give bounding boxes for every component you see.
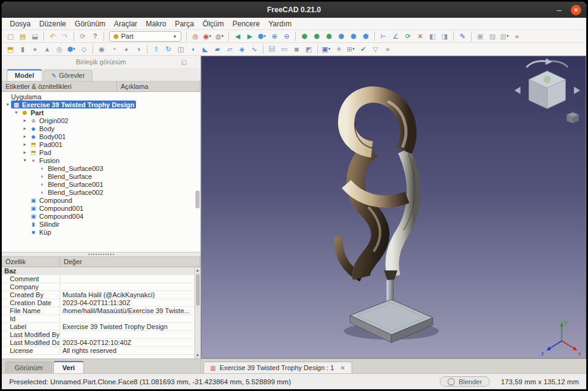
measure-refresh-button[interactable]: ⟳ [402, 31, 413, 42]
texture-mapping-button[interactable]: ▨ [487, 31, 498, 42]
tree-header-labels[interactable]: Etiketler & öznitelikleri [2, 82, 117, 91]
scene-inspector-button[interactable]: ▣ [475, 31, 486, 42]
tree-item[interactable]: ◗Blend_Surface [37, 172, 94, 180]
property-scrollbar[interactable]: ▲ ▼ [194, 267, 200, 359]
revolve-button[interactable]: ↻ [163, 44, 174, 55]
view-left-button[interactable]: ⬢ [360, 31, 371, 42]
boolean-union-button[interactable]: ◕ [121, 44, 132, 55]
view-top-button[interactable]: ⬢ [311, 31, 322, 42]
property-row[interactable]: File Name/home/halil/Masaüstü/Exercise 3… [2, 307, 200, 315]
tree-row[interactable]: ▸⊕Origin002 [2, 116, 200, 124]
toolbar-overflow-2-button[interactable]: » [382, 44, 393, 55]
redo-button[interactable]: ↷ [59, 31, 70, 42]
tab-görevler[interactable]: ✎Görevler [43, 70, 93, 81]
tree-expander-icon[interactable]: ▸ [21, 150, 28, 155]
tree-item[interactable]: ▣Compound001 [28, 204, 85, 212]
defeaturing-button[interactable]: ▽ [370, 44, 381, 55]
tree-scrollbar-thumb[interactable] [195, 191, 200, 208]
boolean-cut-button[interactable]: ◔ [108, 44, 119, 55]
tree-row[interactable]: ▸⬒Pad [2, 148, 200, 156]
tree-expander-icon[interactable]: ▸ [21, 126, 28, 131]
draw-style-button[interactable]: ◍▼ [214, 31, 225, 42]
view-rear-button[interactable]: ⬢ [336, 31, 347, 42]
tab-görünüm[interactable]: Görünüm [6, 362, 52, 373]
3d-viewport[interactable]: y x z [201, 56, 586, 359]
panel-splitter[interactable] [2, 252, 200, 257]
scroll-up-icon[interactable]: ▲ [195, 267, 200, 273]
part-primitives-button[interactable]: ⬢▼ [66, 44, 77, 55]
whats-this-button[interactable]: ? [89, 31, 100, 42]
new-file-button[interactable]: ▢ [5, 31, 16, 42]
view-front-button[interactable]: ⬢ [299, 31, 310, 42]
fillet-button[interactable]: ◖ [187, 44, 198, 55]
explode-compound-button[interactable]: ✳ [333, 44, 344, 55]
boolean-intersection-button[interactable]: ◑ [133, 44, 144, 55]
menu-yardım[interactable]: Yardım [264, 19, 296, 29]
tree-expander-icon[interactable]: ▸ [21, 134, 28, 139]
make-face-button[interactable]: ▰ [212, 44, 223, 55]
tree-item[interactable]: ▥Exercise 39 Twisted Trophy Design [11, 101, 136, 108]
tree-row[interactable]: ▾⬢Part [2, 108, 200, 116]
measure-clear-all-button[interactable]: ✕ [415, 31, 426, 42]
tree-item[interactable]: ▮Silindir [28, 220, 61, 228]
tree-expander-icon[interactable]: ▸ [21, 142, 28, 147]
tree-row[interactable]: ▸◆Body001 [2, 132, 200, 140]
nav-forward-button[interactable]: ▶ [244, 31, 255, 42]
toolbar-overflow-button[interactable]: » [511, 31, 522, 42]
tree-row[interactable]: ▮Silindir [2, 220, 200, 228]
tree-item[interactable]: ⬢Part [20, 108, 45, 116]
tree-item[interactable]: ▣Compound [28, 196, 74, 204]
sweep-button[interactable]: ∿ [249, 44, 260, 55]
tree-item[interactable]: ⊕Origin002 [28, 116, 70, 124]
shape-builder-button[interactable]: ◇ [78, 44, 89, 55]
projection-on-surface-button[interactable]: ◩ [303, 44, 314, 55]
trophy-model[interactable] [339, 94, 439, 343]
menu-parça[interactable]: Parça [170, 19, 198, 29]
thickness-button[interactable]: ◙ [291, 44, 302, 55]
save-file-button[interactable]: ⬓ [29, 31, 40, 42]
tree-expander-icon[interactable]: ▾ [13, 110, 20, 115]
tree-row[interactable]: ▸◆Body [2, 124, 200, 132]
property-scrollbar-thumb[interactable] [196, 274, 200, 306]
zoom-in-button[interactable]: ⊕ [269, 31, 280, 42]
tree-row[interactable]: ▾▥Exercise 39 Twisted Trophy Design [2, 101, 200, 108]
part-cylinder-button[interactable]: ▮ [17, 44, 28, 55]
property-row[interactable]: Comment [2, 275, 200, 283]
offset-2d-button[interactable]: ▭ [279, 44, 290, 55]
tree-row[interactable]: ▾●Fusion [2, 156, 200, 164]
part-sphere-button[interactable]: ● [29, 44, 40, 55]
tree-row[interactable]: ◗Blend_Surface002 [2, 188, 200, 196]
property-row[interactable]: Company [2, 283, 200, 291]
tree-item[interactable]: ⬒Pad [28, 148, 53, 156]
property-row[interactable]: LabelExercise 39 Twisted Trophy Design [2, 323, 200, 331]
tree-row[interactable]: ■Küp [2, 228, 200, 236]
tree-row[interactable]: ▣Compound [2, 196, 200, 204]
offset-3d-button[interactable]: 回 [266, 44, 277, 55]
menu-dosya[interactable]: Dosya [6, 19, 35, 29]
tree-expander-icon[interactable]: ▾ [21, 158, 28, 163]
tab-veri[interactable]: Veri [53, 361, 84, 373]
refresh-button[interactable]: ⟳ [77, 31, 88, 42]
view-right-button[interactable]: ⬢ [323, 31, 334, 42]
menu-görünüm[interactable]: Görünüm [70, 19, 110, 29]
property-row[interactable]: Last Modified Date2023-04-02T12:10:40Z [2, 339, 200, 347]
tree-row[interactable]: ▣Compound001 [2, 204, 200, 212]
join-connect-button[interactable]: ⊞▼ [345, 44, 356, 55]
chamfer-button[interactable]: ◣ [200, 44, 211, 55]
document-tab[interactable]: ▥Exercise 39 Twisted Trophy Design : 1✕ [203, 362, 352, 373]
measure-angular-button[interactable]: ∠ [390, 31, 401, 42]
property-header-value[interactable]: Değer [60, 257, 200, 267]
tree-item[interactable]: ■Küp [28, 228, 53, 236]
property-row[interactable]: Last Modified By [2, 331, 200, 339]
float-panel-icon[interactable]: ◱ [181, 59, 187, 66]
tree-item[interactable]: ⬒Pad001 [28, 140, 64, 148]
close-tab-icon[interactable]: ✕ [340, 365, 345, 371]
property-row[interactable]: Creation Date2023-04-02T11:11:30Z [2, 299, 200, 307]
property-header-name[interactable]: Özellik [2, 257, 60, 267]
tree-row[interactable]: Uygulama [2, 93, 200, 101]
zoom-out-button[interactable]: ⊖ [281, 31, 292, 42]
property-row[interactable]: LicenseAll rights reserved [2, 347, 200, 355]
ruled-surface-button[interactable]: ▱ [224, 44, 235, 55]
view-bottom-button[interactable]: ⬢ [348, 31, 359, 42]
tree-row[interactable]: ▣Compound004 [2, 212, 200, 220]
